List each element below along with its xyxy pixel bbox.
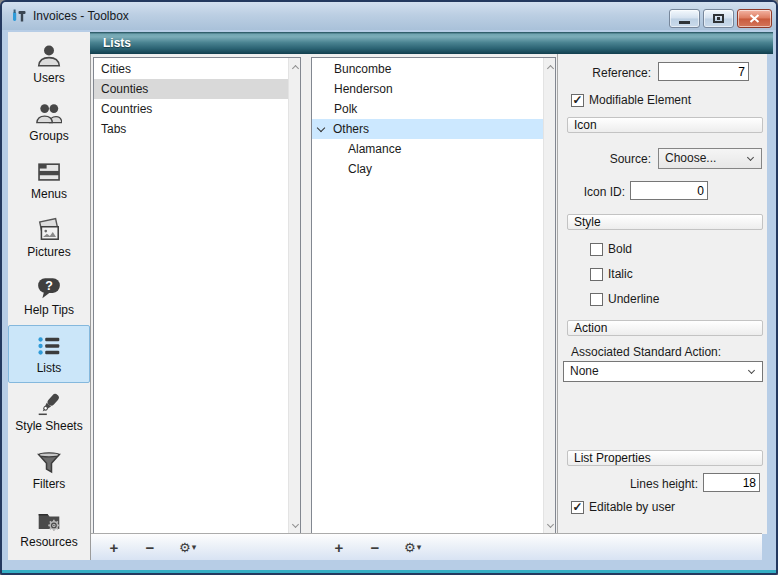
editable-by-user-checkbox[interactable]: ✓: [571, 501, 584, 514]
style-sheets-icon: [36, 391, 62, 417]
lists-icon: [36, 333, 62, 359]
scroll-up-arrow[interactable]: [289, 60, 301, 74]
icon-id-input[interactable]: [630, 181, 708, 200]
gear-menu-button[interactable]: ⚙▾: [179, 534, 196, 561]
bold-label: Bold: [608, 242, 632, 256]
toolbox-window: Invoices - Toolbox Users: [0, 0, 778, 575]
sidebar-item-menus[interactable]: Menus: [8, 151, 90, 209]
sidebar-label: Filters: [33, 477, 66, 491]
menus-icon: [36, 159, 62, 185]
bold-checkbox[interactable]: [590, 243, 603, 256]
scroll-up-arrow[interactable]: [544, 60, 556, 74]
users-icon: [36, 43, 62, 69]
italic-checkbox[interactable]: [590, 268, 603, 281]
sidebar-item-style-sheets[interactable]: Style Sheets: [8, 383, 90, 441]
tree-item[interactable]: Polk: [312, 99, 543, 119]
tree-item-child[interactable]: Alamance: [312, 139, 543, 159]
close-icon: [749, 14, 760, 23]
tree-item-child[interactable]: Clay: [312, 159, 543, 179]
check-icon: ✓: [572, 502, 582, 513]
icon-id-label: Icon ID:: [558, 184, 625, 200]
properties-panel: Reference: ✓ Modifiable Element Icon Sou…: [558, 54, 767, 534]
footer-toolbar: + − ⚙▾ + − ⚙▾: [91, 533, 762, 560]
icon-section-header: Icon: [567, 117, 763, 133]
section-header: Lists: [90, 32, 773, 54]
minimize-button[interactable]: [669, 9, 700, 28]
list-item-selected[interactable]: Counties: [94, 79, 288, 99]
close-button[interactable]: [737, 9, 772, 28]
source-select[interactable]: Choose...: [658, 148, 762, 169]
sidebar-item-pictures[interactable]: Pictures: [8, 209, 90, 267]
add-button[interactable]: +: [332, 534, 346, 561]
chevron-down-icon: [748, 367, 755, 374]
help-tips-icon: ?: [36, 275, 62, 301]
modifiable-element-label: Modifiable Element: [589, 93, 691, 107]
lines-height-input[interactable]: [703, 473, 760, 492]
resources-icon: [36, 507, 62, 533]
gear-icon: ⚙: [404, 540, 416, 555]
caret-down-icon: ▾: [417, 542, 422, 552]
source-select-value: Choose...: [665, 151, 716, 165]
sidebar-item-lists[interactable]: Lists: [8, 325, 90, 383]
remove-button[interactable]: −: [143, 534, 157, 561]
work-area: Cities Counties Countries Tabs Buncombe …: [90, 54, 762, 560]
scrollbar[interactable]: [288, 58, 300, 534]
add-button[interactable]: +: [107, 534, 121, 561]
reference-input[interactable]: [658, 62, 749, 81]
italic-label: Italic: [608, 267, 633, 281]
reference-label: Reference:: [558, 65, 651, 81]
list-item[interactable]: Cities: [94, 59, 288, 79]
groups-icon: [36, 101, 62, 127]
sidebar-label: Pictures: [27, 245, 70, 259]
minimize-icon: [679, 21, 690, 24]
editable-by-user-label: Editable by user: [589, 500, 675, 514]
sidebar-label: Help Tips: [24, 303, 74, 317]
window-title: Invoices - Toolbox: [33, 2, 129, 30]
associated-action-label: Associated Standard Action:: [571, 344, 761, 360]
remove-button[interactable]: −: [368, 534, 382, 561]
filters-icon: [36, 449, 62, 475]
action-section-header: Action: [567, 320, 763, 336]
chevron-down-icon: [747, 154, 754, 161]
list-item[interactable]: Tabs: [94, 119, 288, 139]
scroll-down-arrow[interactable]: [544, 518, 556, 532]
list-properties-section-header: List Properties: [567, 450, 763, 466]
gear-menu-button[interactable]: ⚙▾: [404, 534, 421, 561]
section-title: Lists: [90, 32, 773, 54]
list-item[interactable]: Countries: [94, 99, 288, 119]
titlebar[interactable]: Invoices - Toolbox: [2, 2, 776, 30]
check-icon: ✓: [572, 95, 582, 106]
sidebar-item-help-tips[interactable]: ? Help Tips: [8, 267, 90, 325]
source-label: Source:: [558, 151, 651, 167]
caret-down-icon: ▾: [192, 542, 197, 552]
counties-detail-listbox: Buncombe Henderson Polk Others Alamance …: [311, 57, 556, 535]
tree-item[interactable]: Henderson: [312, 79, 543, 99]
lists-master-listbox: Cities Counties Countries Tabs: [93, 57, 301, 535]
tree-item-label: Others: [333, 119, 369, 139]
modifiable-element-checkbox[interactable]: ✓: [571, 94, 584, 107]
underline-checkbox[interactable]: [590, 293, 603, 306]
associated-action-value: None: [570, 364, 599, 378]
window-bottom-accent: [2, 570, 776, 573]
associated-action-select[interactable]: None: [563, 361, 763, 382]
sidebar-label: Resources: [20, 535, 77, 549]
master-list-toolbar: + − ⚙▾: [107, 534, 196, 561]
sidebar-item-groups[interactable]: Groups: [8, 93, 90, 151]
tree-item-selected[interactable]: Others: [312, 119, 543, 139]
maximize-button[interactable]: [703, 9, 734, 28]
sidebar-item-filters[interactable]: Filters: [8, 441, 90, 499]
style-section-header: Style: [567, 214, 763, 230]
app-icon: [11, 8, 27, 24]
lines-height-label: Lines height:: [558, 476, 698, 492]
tree-item[interactable]: Buncombe: [312, 59, 543, 79]
sidebar-item-resources[interactable]: Resources: [8, 499, 90, 557]
scrollbar[interactable]: [543, 58, 555, 534]
sidebar-item-users[interactable]: Users: [8, 35, 90, 93]
sidebar-label: Style Sheets: [15, 419, 82, 433]
sidebar-label: Groups: [29, 129, 68, 143]
chevron-down-icon[interactable]: [317, 123, 325, 131]
scroll-down-arrow[interactable]: [289, 518, 301, 532]
sidebar: Users Groups Menus: [8, 32, 90, 560]
detail-list-toolbar: + − ⚙▾: [332, 534, 421, 561]
gear-icon: ⚙: [179, 540, 191, 555]
